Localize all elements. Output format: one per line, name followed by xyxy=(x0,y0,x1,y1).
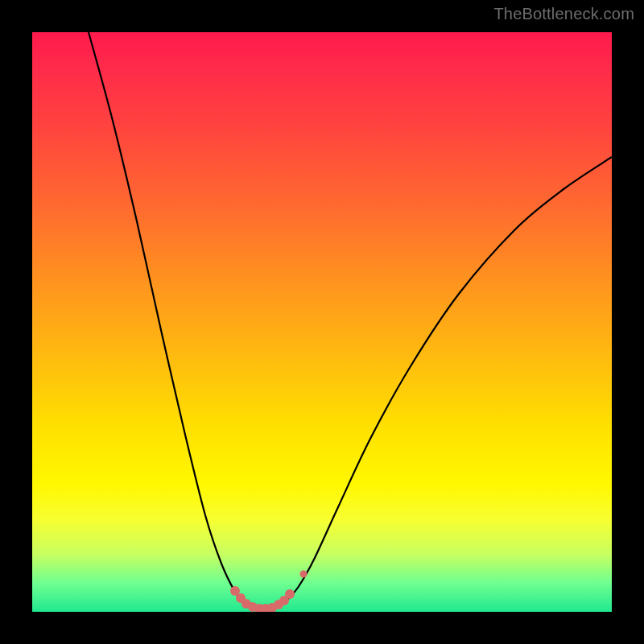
bottleneck-chart xyxy=(32,32,612,612)
bottleneck-curve-line xyxy=(89,32,612,609)
watermark-text: TheBottleneck.com xyxy=(493,5,634,23)
curve-marker xyxy=(300,571,308,578)
chart-frame: TheBottleneck.com xyxy=(0,0,644,644)
curve-marker xyxy=(285,589,295,599)
plot-area xyxy=(32,32,612,612)
